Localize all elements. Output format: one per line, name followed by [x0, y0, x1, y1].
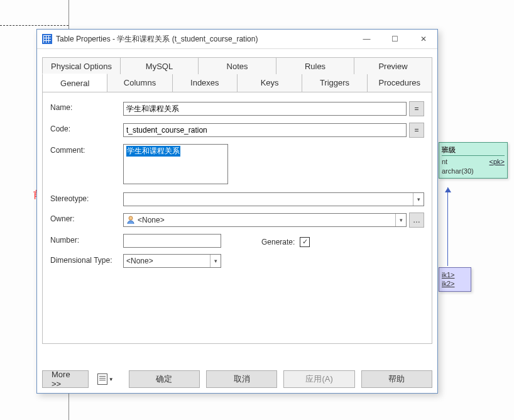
- diagram-entity-index: ik1> ik2>: [439, 267, 471, 292]
- entity-type: archar(30): [442, 167, 505, 175]
- tab-keys[interactable]: Keys: [237, 74, 302, 92]
- close-button[interactable]: ✕: [409, 30, 437, 48]
- tab-notes[interactable]: Notes: [198, 57, 276, 75]
- owner-browse-button[interactable]: …: [409, 213, 424, 228]
- dimensional-type-label: Dimensional Type:: [50, 254, 123, 265]
- more-button[interactable]: More >>: [42, 370, 89, 388]
- dimensional-type-value: <None>: [126, 257, 153, 265]
- code-input[interactable]: [123, 123, 407, 137]
- entity-pk: <pk>: [489, 157, 505, 166]
- svg-point-1: [129, 216, 133, 220]
- owner-combo[interactable]: <None> ▾: [123, 213, 407, 227]
- cancel-button[interactable]: 取消: [206, 370, 277, 388]
- tab-preview[interactable]: Preview: [354, 57, 432, 75]
- bg-dashed-line: [0, 25, 68, 26]
- ok-button[interactable]: 确定: [129, 370, 200, 388]
- tab-mysql[interactable]: MySQL: [120, 57, 199, 75]
- tab-row-bottom: General Columns Indexes Keys Triggers Pr…: [42, 74, 432, 92]
- tab-indexes[interactable]: Indexes: [172, 74, 238, 92]
- titlebar[interactable]: Table Properties - 学生和课程关系 (t_student_co…: [37, 30, 437, 49]
- number-label: Number:: [50, 234, 123, 245]
- owner-value: <None>: [138, 216, 165, 224]
- entity-title: 班级: [442, 145, 505, 156]
- tab-columns[interactable]: Columns: [107, 74, 172, 92]
- entity-key1: ik1>: [442, 270, 468, 279]
- minimize-button[interactable]: —: [353, 30, 381, 48]
- chevron-down-icon: ▾: [413, 193, 424, 206]
- comment-label: Comment:: [50, 144, 123, 155]
- tab-rules[interactable]: Rules: [276, 57, 354, 75]
- chevron-down-icon: ▾: [210, 255, 221, 267]
- stereotype-combo[interactable]: ▾: [123, 192, 424, 206]
- help-button[interactable]: 帮助: [361, 370, 432, 388]
- tool-dropdown-button[interactable]: ▼: [95, 373, 116, 385]
- stereotype-label: Stereotype:: [50, 192, 123, 203]
- tab-general[interactable]: General: [42, 74, 107, 92]
- comment-textarea[interactable]: [123, 144, 228, 184]
- chevron-down-icon: ▾: [395, 214, 406, 226]
- user-icon: [126, 216, 135, 224]
- general-pane: Name: = Code: = Comment:: [42, 92, 432, 344]
- maximize-button[interactable]: ☐: [381, 30, 409, 48]
- table-icon: [42, 34, 52, 44]
- chevron-down-icon: ▼: [109, 377, 114, 382]
- entity-key2: ik2>: [442, 279, 468, 288]
- diagram-connector: [447, 187, 448, 266]
- code-sync-button[interactable]: =: [409, 123, 424, 138]
- tab-triggers[interactable]: Triggers: [302, 74, 367, 92]
- name-label: Name:: [50, 101, 123, 112]
- owner-label: Owner:: [50, 213, 123, 223]
- tab-row-top: Physical Options MySQL Notes Rules Previ…: [42, 57, 432, 75]
- entity-col: nt: [442, 158, 447, 165]
- tab-procedures[interactable]: Procedures: [367, 74, 432, 92]
- number-input[interactable]: [123, 234, 221, 248]
- generate-checkbox[interactable]: [300, 237, 310, 247]
- tab-physical-options[interactable]: Physical Options: [42, 57, 121, 75]
- name-sync-button[interactable]: =: [409, 101, 424, 116]
- code-label: Code:: [50, 123, 123, 133]
- dimensional-type-combo[interactable]: <None> ▾: [123, 254, 221, 268]
- apply-button[interactable]: 应用(A): [283, 370, 354, 388]
- name-input[interactable]: [123, 102, 407, 116]
- dialog-window: Table Properties - 学生和课程关系 (t_student_co…: [36, 29, 438, 394]
- window-title: Table Properties - 学生和课程关系 (t_student_co…: [56, 34, 353, 45]
- diagram-entity-class: 班级 nt<pk> archar(30): [439, 142, 508, 179]
- generate-label: Generate:: [261, 236, 295, 246]
- button-bar: More >> ▼ 确定 取消 应用(A) 帮助: [42, 370, 432, 388]
- document-icon: [97, 373, 107, 385]
